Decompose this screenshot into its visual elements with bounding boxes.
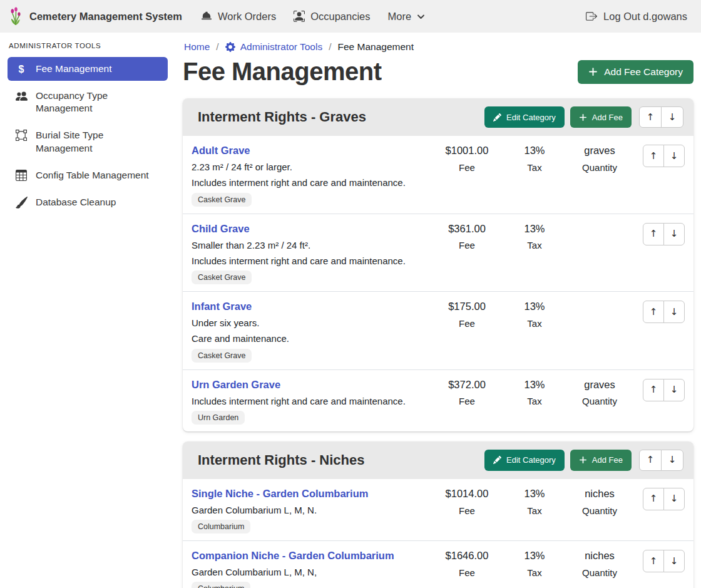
quantity-label: Quantity xyxy=(566,505,633,516)
quantity-column xyxy=(566,223,633,229)
move-fee-down-button[interactable]: ↓ xyxy=(663,301,685,323)
fee-details: Child Grave Smaller than 2.23 m² / 24 ft… xyxy=(192,223,431,285)
tax-column: 13% Tax xyxy=(503,379,566,407)
category-header: Interment Rights - Graves Edit Category xyxy=(183,98,693,136)
fee-details: Infant Grave Under six years.Care and ma… xyxy=(192,301,431,363)
fee-name-link[interactable]: Infant Grave xyxy=(192,301,252,312)
fee-row: Single Niche - Garden Columbarium Garden… xyxy=(183,479,693,541)
move-fee-up-button[interactable]: ↑ xyxy=(643,301,664,323)
fee-description: Garden Columbarium L, M, N, xyxy=(192,567,431,577)
add-fee-button[interactable]: Add Fee xyxy=(570,450,632,471)
site-type-badge: Casket Grave xyxy=(192,193,252,207)
sidebar-item-database-cleanup[interactable]: Database Cleanup xyxy=(8,190,168,214)
edit-category-button[interactable]: Edit Category xyxy=(484,450,565,471)
tax-column: 13% Tax xyxy=(503,145,566,173)
category-actions: Edit Category Add Fee ↑ ↓ xyxy=(484,450,683,471)
move-fee-down-button[interactable]: ↓ xyxy=(663,223,685,245)
move-fee-up-button[interactable]: ↑ xyxy=(643,145,664,167)
move-fee-up-button[interactable]: ↑ xyxy=(643,488,664,510)
fee-amount-label: Fee xyxy=(431,396,503,406)
fee-amount-value: $361.00 xyxy=(431,223,503,235)
tax-value: 13% xyxy=(503,145,566,157)
pencil-icon xyxy=(493,456,501,464)
sidebar-item-burial-site-type-management[interactable]: Burial Site Type Management xyxy=(8,123,168,160)
tax-label: Tax xyxy=(503,318,566,329)
fee-row: Companion Niche - Garden Columbarium Gar… xyxy=(183,541,693,588)
move-fee-down-button[interactable]: ↓ xyxy=(663,550,685,572)
page-title: Fee Management xyxy=(183,58,382,86)
move-category-down-button[interactable]: ↓ xyxy=(661,450,683,471)
move-category-up-button[interactable]: ↑ xyxy=(639,450,662,471)
quantity-value: graves xyxy=(566,379,633,391)
sidebar-item-occupancy-type-management[interactable]: Occupancy Type Management xyxy=(8,84,168,120)
fee-description: Under six years. xyxy=(192,317,431,328)
fee-description: Care and maintenance. xyxy=(192,333,431,344)
fee-descriptions: Garden Columbarium L, M, N. xyxy=(192,505,431,515)
sidebar-item-label: Database Cleanup xyxy=(36,196,116,209)
sidebar-item-fee-management[interactable]: $ Fee Management xyxy=(8,57,168,81)
tax-label: Tax xyxy=(503,240,566,250)
fee-reorder-group: ↑ ↓ xyxy=(633,488,685,510)
move-category-down-button[interactable]: ↓ xyxy=(661,106,683,128)
fee-description: Includes interment right and care and ma… xyxy=(192,177,431,188)
tulips-logo-icon xyxy=(8,6,24,26)
fee-row: Child Grave Smaller than 2.23 m² / 24 ft… xyxy=(183,214,693,292)
breadcrumb-separator: / xyxy=(329,41,331,53)
fee-amount-column: $175.00 Fee xyxy=(431,301,503,329)
fee-name-link[interactable]: Adult Grave xyxy=(192,145,250,157)
sidebar-item-config-table-management[interactable]: Config Table Management xyxy=(8,163,168,187)
fee-reorder-group: ↑ ↓ xyxy=(633,145,685,167)
quantity-value: niches xyxy=(566,488,633,500)
app-brand[interactable]: Cemetery Management System xyxy=(8,6,182,26)
main-content: Home / Administrator Tools / Fee Managem… xyxy=(175,33,701,588)
nav-item-label: Occupancies xyxy=(310,11,370,23)
fee-name-link[interactable]: Companion Niche - Garden Columbarium xyxy=(192,550,394,562)
fee-name-link[interactable]: Urn Garden Grave xyxy=(192,379,280,391)
fee-details: Urn Garden Grave Includes interment righ… xyxy=(192,379,431,425)
tax-label: Tax xyxy=(503,567,566,578)
sidebar-item-label: Burial Site Type Management xyxy=(36,129,160,154)
add-fee-category-button[interactable]: Add Fee Category xyxy=(578,60,693,84)
nav-work-orders[interactable]: Work Orders xyxy=(201,11,276,23)
category-header: Interment Rights - Niches Edit Category xyxy=(183,441,693,479)
tax-value: 13% xyxy=(503,223,566,235)
breadcrumb-home-link[interactable]: Home xyxy=(184,41,210,53)
move-fee-down-button[interactable]: ↓ xyxy=(663,488,685,510)
fee-amount-column: $361.00 Fee xyxy=(431,223,503,251)
fee-amount-column: $1646.00 Fee xyxy=(431,550,503,578)
fee-category-card: Interment Rights - Graves Edit Category xyxy=(183,98,693,431)
fee-descriptions: Smaller than 2.23 m² / 24 ft².Includes i… xyxy=(192,240,431,267)
nav-occupancies[interactable]: Occupancies xyxy=(294,11,370,23)
category-body: Single Niche - Garden Columbarium Garden… xyxy=(183,479,693,588)
move-fee-up-button[interactable]: ↑ xyxy=(643,223,664,245)
breadcrumb: Home / Administrator Tools / Fee Managem… xyxy=(183,41,693,53)
breadcrumb-admin-tools-label: Administrator Tools xyxy=(240,41,323,53)
move-category-up-button[interactable]: ↑ xyxy=(639,106,662,128)
move-fee-up-button[interactable]: ↑ xyxy=(643,379,664,401)
move-fee-down-button[interactable]: ↓ xyxy=(663,379,685,401)
move-fee-down-button[interactable]: ↓ xyxy=(663,145,685,167)
add-fee-button[interactable]: Add Fee xyxy=(570,106,632,128)
fee-name-link[interactable]: Single Niche - Garden Columbarium xyxy=(192,488,368,500)
fee-name-link[interactable]: Child Grave xyxy=(192,223,250,235)
site-type-badge: Columbarium xyxy=(192,520,250,534)
fee-descriptions: Garden Columbarium L, M, N, xyxy=(192,567,431,577)
dollar-icon: $ xyxy=(15,63,28,75)
move-fee-up-button[interactable]: ↑ xyxy=(643,550,664,572)
chevron-down-icon xyxy=(417,13,425,21)
logout-button[interactable]: Log Out d.gowans xyxy=(586,11,687,23)
category-reorder-group: ↑ ↓ xyxy=(639,450,683,471)
fee-amount-value: $372.00 xyxy=(431,379,503,391)
fee-reorder-group: ↑ ↓ xyxy=(633,301,685,323)
fee-amount-label: Fee xyxy=(431,505,503,516)
tax-value: 13% xyxy=(503,379,566,391)
edit-category-button[interactable]: Edit Category xyxy=(484,106,565,128)
breadcrumb-admin-tools-link[interactable]: Administrator Tools xyxy=(225,41,323,53)
breadcrumb-separator: / xyxy=(216,41,218,53)
fee-amount-column: $372.00 Fee xyxy=(431,379,503,407)
site-type-badge: Casket Grave xyxy=(192,271,252,284)
nav-more[interactable]: More xyxy=(388,11,426,23)
fee-description: 2.23 m² / 24 ft² or larger. xyxy=(192,162,431,172)
add-fee-label: Add Fee xyxy=(592,113,623,122)
plus-icon xyxy=(588,67,598,76)
